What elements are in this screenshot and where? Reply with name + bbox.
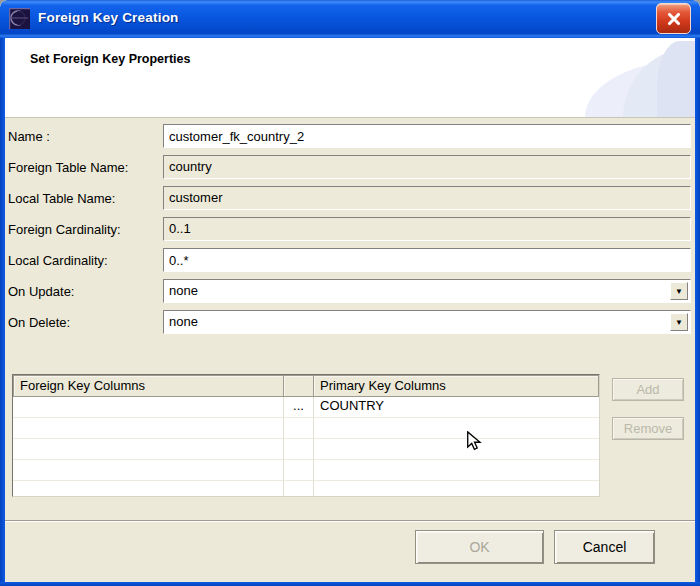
close-icon: [666, 11, 682, 27]
chevron-down-icon: ▼: [675, 318, 683, 327]
banner-curve-decoration: [657, 41, 695, 117]
titlebar[interactable]: Foreign Key Creation: [0, 0, 700, 38]
foreign-cardinality-label: Foreign Cardinality:: [8, 222, 121, 237]
mid-cell[interactable]: [284, 481, 314, 497]
name-input[interactable]: [163, 124, 691, 148]
name-label: Name :: [8, 129, 50, 144]
foreign-table-name-value: country: [164, 156, 690, 177]
pk-cell[interactable]: COUNTRY: [314, 397, 599, 418]
editor-column-header: [284, 375, 314, 397]
table-header-row: Foreign Key Columns Primary Key Columns: [13, 375, 599, 397]
table-row[interactable]: [13, 460, 599, 481]
ok-button[interactable]: OK: [415, 530, 544, 564]
table-row[interactable]: [13, 439, 599, 460]
foreign-key-creation-dialog: Foreign Key Creation Set Foreign Key Pro…: [0, 0, 700, 586]
window-title: Foreign Key Creation: [38, 10, 179, 25]
local-table-name-field: customer: [163, 186, 691, 210]
local-table-name-value: customer: [164, 187, 690, 208]
fk-cell[interactable]: [13, 397, 284, 418]
on-update-dropdown-button[interactable]: ▼: [670, 282, 688, 300]
app-icon: [9, 8, 30, 29]
primary-key-columns-header: Primary Key Columns: [314, 375, 599, 397]
on-update-combo[interactable]: none ▼: [163, 279, 691, 303]
on-update-value: none: [164, 280, 690, 301]
mid-cell[interactable]: [284, 418, 314, 439]
banner-title: Set Foreign Key Properties: [30, 52, 190, 66]
local-table-name-label: Local Table Name:: [8, 191, 115, 206]
wizard-banner: Set Foreign Key Properties: [5, 38, 695, 118]
table-row[interactable]: [13, 481, 599, 497]
add-button[interactable]: Add: [612, 378, 684, 401]
fk-cell[interactable]: [13, 481, 284, 497]
mid-cell[interactable]: [284, 460, 314, 481]
foreign-table-name-field: country: [163, 155, 691, 179]
fk-cell[interactable]: [13, 460, 284, 481]
on-delete-label: On Delete:: [8, 315, 70, 330]
pk-cell[interactable]: [314, 418, 599, 439]
foreign-cardinality-value: 0..1: [164, 218, 690, 239]
foreign-key-columns-header: Foreign Key Columns: [13, 375, 284, 397]
foreign-cardinality-field: 0..1: [163, 217, 691, 241]
table-row[interactable]: [13, 418, 599, 439]
table-row[interactable]: ... COUNTRY: [13, 397, 599, 418]
mid-cell[interactable]: [284, 439, 314, 460]
window-frame-right: [695, 38, 700, 586]
on-delete-combo[interactable]: none ▼: [163, 310, 691, 334]
pk-cell[interactable]: [314, 481, 599, 497]
on-update-label: On Update:: [8, 284, 75, 299]
pk-cell[interactable]: [314, 460, 599, 481]
fk-cell[interactable]: [13, 418, 284, 439]
window-frame-bottom: [0, 582, 700, 586]
foreign-table-name-label: Foreign Table Name:: [8, 160, 128, 175]
key-columns-table[interactable]: Foreign Key Columns Primary Key Columns …: [12, 374, 600, 497]
close-button[interactable]: [656, 3, 691, 34]
chevron-down-icon: ▼: [675, 287, 683, 296]
cell-editor-button[interactable]: ...: [284, 397, 314, 418]
local-cardinality-input[interactable]: [163, 248, 691, 272]
on-delete-value: none: [164, 311, 690, 332]
remove-button[interactable]: Remove: [612, 417, 684, 440]
window-frame-left: [0, 38, 5, 586]
fk-cell[interactable]: [13, 439, 284, 460]
pk-cell[interactable]: [314, 439, 599, 460]
local-cardinality-label: Local Cardinality:: [8, 253, 108, 268]
cancel-button[interactable]: Cancel: [554, 530, 655, 564]
on-delete-dropdown-button[interactable]: ▼: [670, 313, 688, 331]
button-bar-separator: [5, 520, 695, 522]
